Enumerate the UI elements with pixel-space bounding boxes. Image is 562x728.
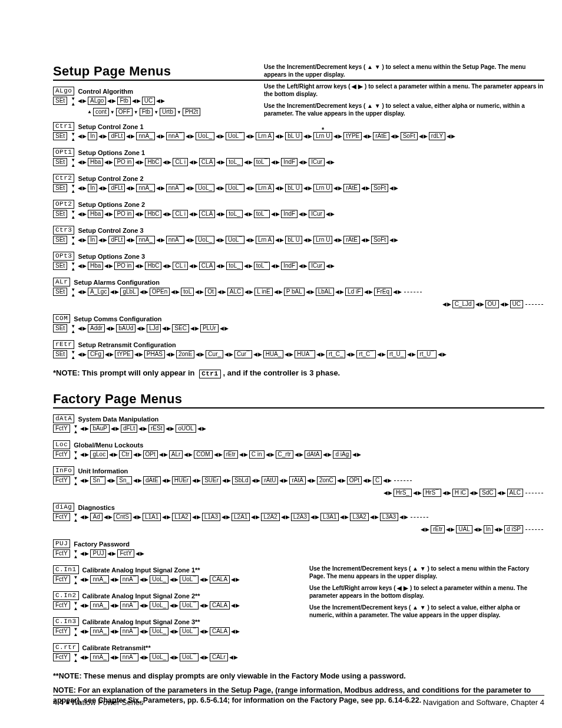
- param-box: Lrn A: [256, 184, 274, 192]
- page-box: SEt: [53, 158, 67, 166]
- left-right-icon: [133, 450, 142, 459]
- page-box: SEt: [53, 262, 67, 270]
- left-right-icon: [220, 324, 229, 332]
- param-box: OPt: [347, 476, 362, 485]
- param-box: In: [88, 132, 97, 140]
- left-right-icon: [189, 210, 198, 218]
- param-box: rESt: [148, 424, 164, 433]
- menu-label: Diagnostics: [78, 504, 114, 511]
- param-box: Ctr: [119, 450, 131, 459]
- param-box: HrS¯: [423, 489, 441, 497]
- left-right-icon: [244, 262, 253, 270]
- left-right-icon: [413, 490, 422, 496]
- left-right-icon: [244, 210, 253, 218]
- param-box: dFLt: [108, 132, 125, 140]
- left-right-icon: [389, 184, 398, 192]
- left-right-icon: [110, 653, 119, 661]
- left-right-icon: [438, 350, 447, 358]
- up-icon: ▲: [87, 110, 92, 114]
- left-right-icon: [346, 350, 355, 358]
- left-right-icon: [475, 301, 484, 307]
- param-strip: PUJFctY: [80, 549, 144, 558]
- menu-code-box: OPt3: [53, 252, 74, 261]
- left-right-icon: [216, 158, 225, 166]
- param-box: Addr: [88, 324, 105, 332]
- dashed-connector: [525, 493, 543, 493]
- left-right-icon: [364, 288, 373, 296]
- menu-body: SEt▼▲AddrbAUdLJdSECPLUr: [53, 324, 544, 334]
- left-right-icon: [253, 350, 262, 358]
- left-right-icon: [80, 549, 89, 558]
- param-box: Urtb: [160, 108, 176, 116]
- left-right-icon: [170, 627, 178, 635]
- left-right-icon: [231, 601, 240, 610]
- left-right-icon: [186, 236, 194, 244]
- param-box: PO in: [114, 262, 134, 270]
- param-box: rAtU: [262, 476, 278, 485]
- left-right-icon: [307, 476, 316, 485]
- param-box: UoL_: [196, 132, 214, 140]
- menu-body: SEt▼▲HbaPO inHbCCL iCLAtoL_toL¯IndFICur: [53, 210, 544, 220]
- up-down-icon: ▼▲: [74, 653, 78, 663]
- menu-block: ALrSetup Alarms ConfigurationSEt▼▲A_Lgcg…: [53, 278, 544, 308]
- param-box: CLA: [199, 158, 215, 166]
- continuation-row: rEtrUALInd iSP: [53, 525, 544, 533]
- left-right-icon: [195, 288, 204, 296]
- left-right-icon: [303, 184, 312, 192]
- param-box: P bAL: [284, 288, 305, 296]
- param-box: FrEq: [374, 288, 392, 296]
- left-right-icon: [133, 476, 142, 485]
- up-down-icon: ▼▲: [71, 350, 75, 360]
- param-box: UoL¯: [226, 184, 244, 192]
- footer-right: Navigation and Software, Chapter 4: [423, 698, 544, 707]
- menu-block: COMSetup Comms ConfigurationSEt▼▲AddrbAU…: [53, 314, 544, 334]
- left-right-icon: [419, 132, 428, 140]
- menu-label: Setup Alarms Configuration: [74, 279, 160, 286]
- menu-code-box: Loc: [53, 440, 70, 449]
- left-right-icon: [299, 210, 308, 218]
- left-right-icon: [78, 184, 87, 192]
- left-right-icon: [197, 424, 206, 433]
- left-right-icon: [110, 575, 119, 584]
- param-box: UoL¯: [180, 627, 199, 635]
- up-down-icon: ▼▲: [74, 627, 78, 637]
- left-right-icon: [186, 184, 194, 192]
- param-strip: IndFLtnnA_nnA¯UoL_UoL¯Lrn AbL ULrn UrAtE…: [78, 236, 398, 244]
- left-right-icon: [363, 476, 372, 485]
- left-right-icon: [104, 513, 113, 521]
- dashed-connector: [525, 304, 543, 305]
- menu-block: InFoUnit InformationFctY▼▲Sn¯Sn_dAtEHUEr…: [53, 466, 544, 497]
- up-down-icon: ▼▲: [71, 236, 75, 246]
- param-box: toL: [181, 288, 194, 296]
- param-box: UoL_: [196, 184, 214, 192]
- left-right-icon: [140, 288, 148, 296]
- left-right-icon: [361, 184, 370, 192]
- left-right-icon: [244, 158, 253, 166]
- param-box: CFg: [88, 350, 104, 358]
- param-box: UC: [142, 97, 155, 105]
- menu-code-box: OPt1: [53, 148, 74, 157]
- param-box: HUEr: [172, 476, 191, 485]
- param-box: nnA_: [90, 601, 108, 610]
- page-box: FctY: [53, 476, 70, 485]
- left-right-icon: [361, 236, 370, 244]
- param-box: gLoc: [90, 450, 108, 459]
- param-box: OU: [485, 300, 499, 308]
- asterisk-icon: *: [322, 126, 324, 134]
- left-right-icon: [246, 184, 254, 192]
- left-right-icon: [170, 653, 178, 661]
- menu-body: FctY▼▲bAuPdFLtrEStoUOL: [53, 424, 544, 434]
- param-box: d iSP: [504, 525, 523, 533]
- left-right-icon: [192, 513, 201, 521]
- param-box: HbC: [145, 210, 161, 218]
- left-right-icon: [134, 350, 143, 358]
- param-box: nnA¯: [120, 575, 138, 584]
- continuation-row: HrS_HrS¯H iCSdCALC: [53, 489, 544, 497]
- left-right-icon: [78, 158, 87, 166]
- dashed-connector: [525, 529, 543, 530]
- left-right-icon: [80, 513, 89, 521]
- left-right-icon: [275, 184, 284, 192]
- menu-block: C.rtrCalibrate Retransmit**FctY▼▲nnA_nnA…: [53, 643, 544, 663]
- menu-label: Setup Options Zone 1: [78, 149, 145, 156]
- left-right-icon: [216, 184, 224, 192]
